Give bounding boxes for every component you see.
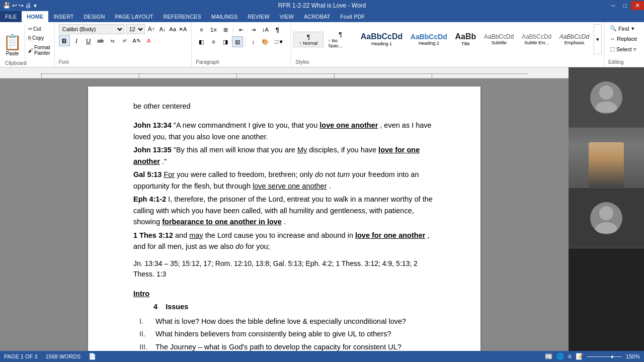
do-italic-1: do xyxy=(315,170,323,178)
underline-button[interactable]: U xyxy=(83,35,94,46)
turn-italic: turn xyxy=(337,170,350,178)
justify-button[interactable]: ▤ xyxy=(232,36,243,47)
tab-foxit[interactable]: Foxit PDF xyxy=(335,11,370,22)
font-shrink-button[interactable]: A↓ xyxy=(158,26,168,33)
tab-mailings[interactable]: MAILINGS xyxy=(206,11,243,22)
find-icon: 🔍 xyxy=(610,25,617,32)
print-icon[interactable]: 🖨 xyxy=(25,2,31,9)
avatar-user1 xyxy=(590,81,622,114)
style-emphasis[interactable]: AaBbCcDd Emphasis xyxy=(556,32,593,47)
forbearance: forbearance to one another in love xyxy=(162,218,282,226)
sort-button[interactable]: ↕A xyxy=(260,24,271,35)
customize-icon[interactable]: ▼ xyxy=(33,3,38,9)
document-scroll[interactable]: be other centered John 13:34 "A new comm… xyxy=(0,78,569,351)
verse-ref-eph412: Eph 4:1-2 xyxy=(133,195,166,203)
copy-button[interactable]: ⎘ Copy xyxy=(28,35,51,41)
bold-button[interactable]: B xyxy=(59,35,70,46)
document-title: RFR 1-2-22 What is Love - Word xyxy=(278,2,366,9)
tab-acrobat[interactable]: ACROBAT xyxy=(299,11,335,22)
may-underline: may xyxy=(189,231,203,239)
panel-user3 xyxy=(569,188,644,248)
replace-icon: ↔ xyxy=(610,36,615,42)
italic-button[interactable]: I xyxy=(71,35,82,46)
person-icon-1 xyxy=(591,82,621,113)
align-left-button[interactable]: ◧ xyxy=(196,36,207,47)
view-web-icon[interactable]: 🌐 xyxy=(556,353,564,360)
tab-design[interactable]: DESIGN xyxy=(78,11,110,22)
view-outline-icon[interactable]: ≡ xyxy=(568,353,572,360)
style-subtle-emphasis[interactable]: AaBbCcDd Subtle Em... xyxy=(518,32,555,47)
increase-indent-button[interactable]: ⇥ xyxy=(248,24,259,35)
verse-ref-gal513: Gal 5:13 xyxy=(133,170,162,178)
style-subtitle[interactable]: AaBbCcDd Subtitle xyxy=(480,32,517,47)
view-print-icon[interactable]: 📰 xyxy=(545,353,552,360)
align-right-button[interactable]: ◨ xyxy=(220,36,231,47)
shading-button[interactable]: 🎨 xyxy=(260,36,271,47)
strikethrough-button[interactable]: ab xyxy=(95,35,106,46)
style-heading1[interactable]: AaBbCcDd Heading 1 xyxy=(357,31,406,48)
tab-view[interactable]: VIEW xyxy=(275,11,299,22)
clipboard-group: 📋 Paste ✂ Cut ⎘ Copy 🖌 Format Painter Cl… xyxy=(0,22,55,67)
verse-gal-513: Gal 5:13 For you were called to freedom,… xyxy=(133,169,435,192)
svg-point-3 xyxy=(595,222,617,233)
document-mode-icon: 📄 xyxy=(89,353,96,360)
page-indicator: PAGE 1 OF 3 xyxy=(4,353,37,359)
minimize-button[interactable]: ─ xyxy=(607,1,619,10)
style-heading2[interactable]: AaBbCcDd Heading 2 xyxy=(407,31,451,47)
decrease-indent-button[interactable]: ⇤ xyxy=(235,24,247,35)
svg-point-0 xyxy=(599,85,613,100)
status-bar: PAGE 1 OF 3 1568 WORDS 📄 📰 🌐 ≡ 📝 ──────●… xyxy=(0,351,644,362)
styles-gallery-scroll-down[interactable]: ▾ xyxy=(594,24,602,54)
style-normal[interactable]: ¶ ↑ Normal xyxy=(293,32,324,47)
clipboard-group-label: Clipboard xyxy=(5,60,27,66)
font-name-select[interactable]: Calibri (Body) xyxy=(59,24,124,34)
view-draft-icon[interactable]: 📝 xyxy=(576,353,583,360)
zoom-slider[interactable]: ──────●── xyxy=(587,353,622,359)
font-size-select[interactable]: 12 xyxy=(126,24,145,34)
cut-button[interactable]: ✂ Cut xyxy=(28,26,51,32)
status-right: 📰 🌐 ≡ 📝 ──────●── 150% xyxy=(545,353,640,360)
show-hide-button[interactable]: ¶ xyxy=(272,24,283,35)
align-center-button[interactable]: ≡ xyxy=(208,36,219,47)
numbering-button[interactable]: 1≡ xyxy=(208,24,219,35)
change-case-button[interactable]: Aa xyxy=(169,26,177,33)
save-icon[interactable]: 💾 xyxy=(3,2,11,9)
love-one-another-1: love one another xyxy=(319,121,378,129)
tab-home[interactable]: HOME xyxy=(22,11,48,22)
clear-format-button[interactable]: ✕A xyxy=(178,26,187,33)
find-button[interactable]: 🔍 Find ▼ xyxy=(608,24,640,33)
text-highlight-button[interactable]: A✎ xyxy=(131,35,142,46)
multilevel-list-button[interactable]: ⊞ xyxy=(220,24,231,35)
select-icon: ⬚ xyxy=(610,46,615,52)
style-no-spacing[interactable]: ¶ ↑ No Spac... xyxy=(325,29,356,50)
select-button[interactable]: ⬚ Select = xyxy=(608,45,640,53)
replace-button[interactable]: ↔ Replace xyxy=(608,35,640,43)
font-grow-button[interactable]: A↑ xyxy=(146,25,156,33)
list-item-1: I. What is love? How does the bible defi… xyxy=(139,316,435,327)
copy-icon: ⎘ xyxy=(28,35,31,41)
paste-button[interactable]: 📋 Paste xyxy=(3,24,25,65)
close-button[interactable]: ✕ xyxy=(631,1,644,10)
paste-label: Paste xyxy=(6,51,19,56)
svg-point-1 xyxy=(595,102,617,113)
line-spacing-button[interactable]: ↕ xyxy=(248,36,259,47)
redo-icon[interactable]: ↪ xyxy=(19,2,24,9)
intro-section: Intro 4 Issues I. What is love? How does… xyxy=(133,288,435,351)
word-count: 1568 WORDS xyxy=(45,353,80,359)
issues-heading: 4 Issues xyxy=(153,301,435,312)
tab-file[interactable]: FILE xyxy=(0,11,22,22)
borders-button[interactable]: □▼ xyxy=(272,36,287,47)
tab-page-layout[interactable]: PAGE LAYOUT xyxy=(110,11,158,22)
format-painter-button[interactable]: 🖌 Format Painter xyxy=(28,45,51,56)
tab-insert[interactable]: INSERT xyxy=(48,11,78,22)
tab-review[interactable]: REVIEW xyxy=(243,11,274,22)
subscript-button[interactable]: x₂ xyxy=(107,35,118,46)
tab-references[interactable]: REFERENCES xyxy=(158,11,206,22)
superscript-button[interactable]: x² xyxy=(119,35,130,46)
maximize-button[interactable]: □ xyxy=(619,1,631,10)
font-color-button[interactable]: A xyxy=(143,35,154,46)
font-group-label: Font xyxy=(59,59,69,65)
style-title[interactable]: AaBb Title xyxy=(452,31,480,48)
undo-icon[interactable]: ↩ xyxy=(12,2,17,9)
bullets-button[interactable]: ≡ xyxy=(196,24,207,35)
